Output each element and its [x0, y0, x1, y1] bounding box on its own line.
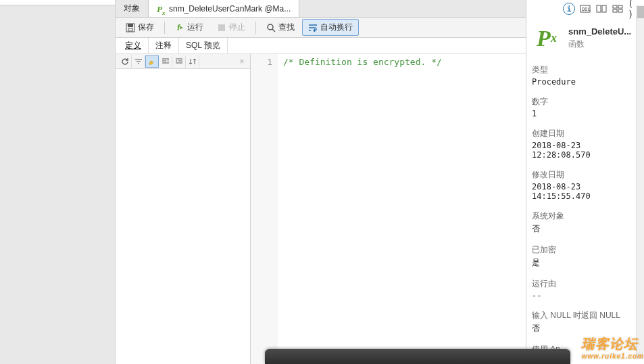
indent-right-icon[interactable] — [172, 55, 186, 68]
ddl-icon[interactable]: DDL — [579, 3, 591, 15]
sub-tabs: 定义 注释 SQL 预览 — [116, 38, 526, 54]
prop-value: 是 — [532, 257, 639, 269]
prop-label: 修改日期 — [532, 169, 639, 181]
prop-label: 输入 NULL 时返回 NULL — [532, 310, 639, 321]
grid-icon[interactable] — [612, 3, 624, 15]
run-icon: f▸ — [175, 23, 184, 32]
properties-list: 类型Procedure 数字1 创建日期2018-08-23 12:28:08.… — [526, 62, 644, 364]
save-button[interactable]: 保存 — [120, 19, 160, 36]
autowrap-label: 自动换行 — [320, 22, 353, 33]
svg-text:DDL: DDL — [582, 7, 591, 12]
outline-toolbar: × — [116, 54, 250, 69]
code-content[interactable]: /* Definition is encrypted. */ — [278, 54, 526, 364]
svg-rect-1 — [128, 24, 133, 27]
find-label: 查找 — [278, 22, 295, 33]
sort-icon[interactable] — [186, 55, 199, 68]
run-label: 运行 — [187, 22, 203, 33]
prop-label: 数字 — [532, 96, 639, 108]
prop-value: 2018-08-23 12:28:08.570 — [532, 141, 639, 160]
stop-label: 停止 — [229, 22, 245, 33]
prop-label: 系统对象 — [532, 210, 639, 222]
svg-rect-20 — [618, 5, 622, 8]
object-kind: 函数 — [568, 39, 631, 50]
svg-rect-3 — [218, 24, 225, 31]
panel-mode-icons: i DDL ( ) — [526, 0, 644, 18]
prop-value: Procedure — [532, 77, 639, 87]
find-button[interactable]: 查找 — [260, 19, 301, 36]
svg-point-4 — [268, 24, 273, 30]
wrap-icon — [308, 23, 318, 32]
outline-pane: × — [116, 54, 251, 364]
stop-button: 停止 — [211, 19, 251, 36]
svg-rect-2 — [128, 28, 132, 31]
svg-rect-17 — [597, 5, 601, 12]
outline-close-icon[interactable]: × — [237, 57, 247, 66]
svg-rect-19 — [613, 5, 617, 8]
outline-body — [116, 69, 250, 364]
info-icon[interactable]: i — [563, 3, 575, 15]
code-editor[interactable]: 1 /* Definition is encrypted. */ — [251, 54, 526, 364]
subtab-sql-preview[interactable]: SQL 预览 — [179, 38, 228, 53]
tab-objects[interactable]: 对象 — [116, 0, 149, 17]
prop-label: 运行由 — [532, 278, 639, 290]
search-icon — [266, 23, 276, 32]
status-bar — [265, 349, 570, 364]
properties-panel: i DDL ( ) Px snm_DeleteU... 函数 类型Procedu… — [526, 0, 644, 364]
run-button[interactable]: f▸ 运行 — [169, 19, 209, 36]
editor-toolbar: 保存 f▸ 运行 停止 查找 — [116, 18, 526, 38]
object-name: snm_DeleteU... — [568, 26, 631, 37]
columns-icon[interactable] — [595, 3, 608, 15]
line-gutter: 1 — [251, 54, 278, 364]
indent-left-icon[interactable] — [159, 55, 172, 68]
highlight-icon[interactable] — [145, 55, 159, 68]
prop-value: 否 — [532, 223, 639, 235]
scrollbar-thumb[interactable] — [637, 6, 644, 18]
stop-icon — [217, 23, 226, 32]
prop-label: 创建日期 — [532, 128, 639, 139]
svg-rect-18 — [602, 5, 606, 12]
tab-label: 对象 — [124, 3, 140, 14]
prop-label: 类型 — [532, 64, 639, 76]
main-area: 对象 Px snm_DeleteUserCanMark @Ma... 保存 f▸… — [115, 0, 526, 364]
svg-rect-21 — [613, 9, 617, 12]
code-line: /* Definition is encrypted. */ — [283, 57, 442, 67]
tab-procedure[interactable]: Px snm_DeleteUserCanMark @Ma... — [149, 0, 299, 17]
subtab-comment[interactable]: 注释 — [149, 38, 179, 53]
prop-value: -- — [532, 291, 639, 300]
panel-header: Px snm_DeleteU... 函数 — [526, 18, 644, 62]
refresh-icon[interactable] — [118, 55, 132, 68]
line-number: 1 — [251, 57, 272, 67]
procedure-large-icon: Px — [530, 24, 563, 53]
tab-label: snm_DeleteUserCanMark @Ma... — [169, 4, 291, 14]
prop-value: 1 — [532, 109, 639, 118]
vertical-scrollbar[interactable] — [636, 5, 644, 359]
prop-value: 2018-08-23 14:15:55.470 — [532, 182, 639, 201]
save-label: 保存 — [138, 22, 154, 33]
autowrap-button[interactable]: 自动换行 — [302, 19, 359, 36]
svg-line-5 — [272, 29, 275, 32]
procedure-icon: Px — [157, 4, 166, 14]
svg-rect-22 — [618, 9, 622, 12]
subtab-definition[interactable]: 定义 — [118, 38, 149, 53]
filter-icon[interactable] — [132, 55, 145, 68]
left-panel — [0, 0, 115, 364]
prop-label: 已加密 — [532, 244, 639, 256]
prop-value: 否 — [532, 323, 639, 334]
save-icon — [126, 23, 135, 32]
document-tabs: 对象 Px snm_DeleteUserCanMark @Ma... — [116, 0, 526, 18]
editor-area: × 1 /* Definition is encrypted. */ — [116, 54, 526, 364]
